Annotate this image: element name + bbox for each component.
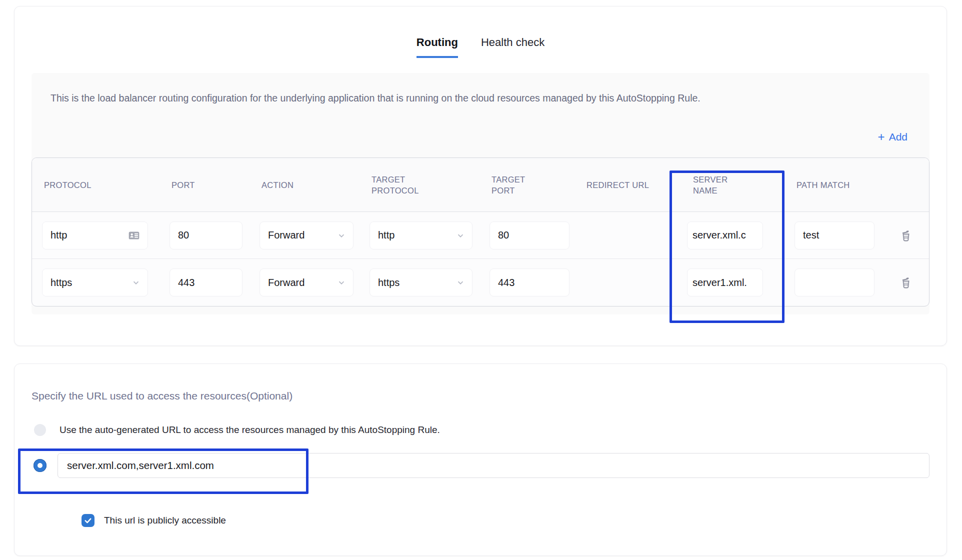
delete-row-button[interactable]	[898, 275, 914, 290]
port-value: 80	[178, 230, 189, 241]
trash-icon	[898, 228, 914, 243]
target-port-value: 80	[498, 230, 509, 241]
path-match-field[interactable]: test	[794, 222, 874, 250]
col-path-match: PATH MATCH	[784, 180, 880, 190]
auto-url-radio[interactable]	[34, 424, 46, 436]
plus-icon: +	[878, 132, 885, 142]
custom-url-radio[interactable]	[34, 459, 46, 472]
chevron-down-icon	[337, 231, 346, 240]
add-route-label: Add	[889, 131, 908, 143]
server-name-field[interactable]: server.xml.c	[687, 222, 763, 250]
publicly-accessible-checkbox[interactable]	[82, 514, 94, 527]
table-header-row: PROTOCOL PORT ACTION TARGET PROTOCOL TAR…	[32, 158, 929, 212]
col-server-name: SERVER NAME	[672, 174, 737, 196]
chevron-down-icon	[337, 278, 346, 287]
col-action: ACTION	[250, 180, 360, 190]
path-match-value: test	[803, 230, 819, 241]
url-section-heading: Specify the URL used to access the resou…	[32, 390, 930, 402]
routing-table: PROTOCOL PORT ACTION TARGET PROTOCOL TAR…	[32, 158, 930, 306]
target-protocol-select[interactable]: https	[370, 268, 472, 296]
chevron-down-icon	[132, 278, 140, 287]
routing-panel: This is the load balancer routing config…	[32, 73, 930, 314]
routing-config-card: Routing Health check This is the load ba…	[14, 6, 947, 346]
action-value: Forward	[268, 277, 304, 288]
port-field[interactable]: 80	[170, 222, 242, 250]
protocol-select[interactable]: https	[42, 268, 148, 296]
auto-url-label: Use the auto-generated URL to access the…	[60, 424, 440, 436]
server-name-value: server.xml.c	[692, 230, 746, 241]
routing-description: This is the load balancer routing config…	[50, 91, 870, 106]
action-select[interactable]: Forward	[260, 268, 354, 296]
col-target-port: TARGET PORT	[480, 174, 540, 196]
target-port-field[interactable]: 80	[490, 222, 570, 250]
chevron-down-icon	[456, 231, 465, 240]
tab-routing[interactable]: Routing	[416, 36, 458, 58]
protocol-value: https	[50, 277, 72, 288]
check-icon	[84, 516, 92, 525]
id-card-icon	[128, 229, 140, 242]
target-protocol-select[interactable]: http	[370, 222, 472, 250]
tab-health-check[interactable]: Health check	[481, 36, 544, 58]
access-url-card: Specify the URL used to access the resou…	[14, 364, 947, 556]
port-value: 443	[178, 277, 194, 288]
server-name-field[interactable]: server1.xml.	[687, 268, 763, 296]
action-value: Forward	[268, 230, 304, 241]
col-target-protocol: TARGET PROTOCOL	[360, 174, 434, 196]
target-protocol-value: http	[378, 230, 394, 241]
chevron-down-icon	[456, 278, 465, 287]
path-match-field[interactable]	[794, 268, 874, 296]
server-name-value: server1.xml.	[692, 277, 747, 288]
table-row: https 443 Forward	[32, 259, 929, 306]
add-route-button[interactable]: + Add	[878, 131, 908, 143]
protocol-value: http	[50, 230, 67, 241]
col-port: PORT	[160, 180, 250, 190]
target-port-field[interactable]: 443	[490, 268, 570, 296]
table-row: http	[32, 212, 929, 259]
col-protocol: PROTOCOL	[32, 180, 160, 190]
protocol-field[interactable]: http	[42, 222, 148, 250]
custom-url-input[interactable]	[58, 453, 930, 478]
delete-row-button[interactable]	[898, 228, 914, 243]
col-redirect-url: REDIRECT URL	[574, 180, 672, 190]
action-select[interactable]: Forward	[260, 222, 354, 250]
trash-icon	[898, 275, 914, 290]
publicly-accessible-label: This url is publicly accessible	[104, 515, 226, 526]
target-port-value: 443	[498, 277, 514, 288]
target-protocol-value: https	[378, 277, 400, 288]
tab-bar: Routing Health check	[14, 6, 946, 58]
port-field[interactable]: 443	[170, 268, 242, 296]
